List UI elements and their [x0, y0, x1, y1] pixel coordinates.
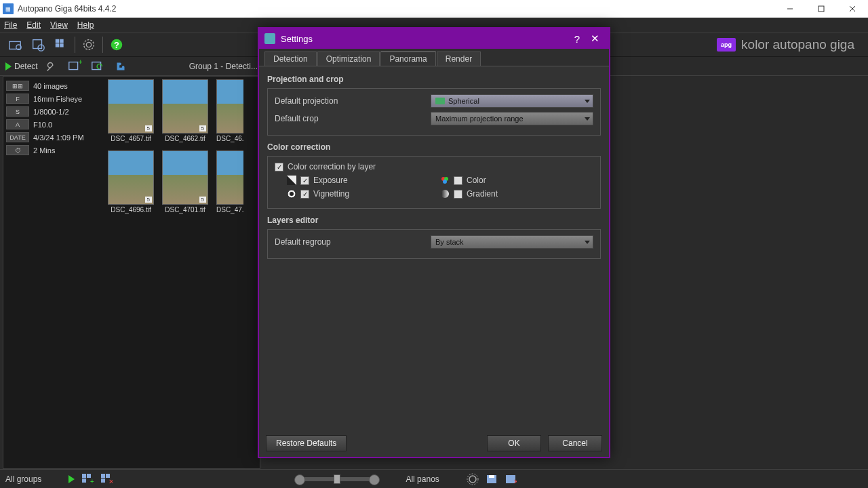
thumbnail[interactable]: DSC_4662.tif	[162, 79, 208, 142]
play-all-button[interactable]	[68, 475, 75, 483]
puzzle-icon[interactable]	[111, 57, 130, 76]
thumbnail[interactable]: DSC_47...	[216, 150, 243, 214]
dialog-titlebar[interactable]: Settings ? ✕	[259, 28, 609, 49]
tab-optimization[interactable]: Optimization	[317, 52, 380, 66]
gradient-icon	[440, 189, 450, 199]
help-icon[interactable]: ?	[107, 35, 126, 54]
exposure-checkbox[interactable]	[300, 176, 309, 185]
default-regroup-value: By stack	[435, 238, 464, 246]
pano-gear-icon[interactable]	[467, 473, 479, 485]
svg-rect-11	[60, 43, 64, 47]
section-projection-crop: Default projection Spherical Default cro…	[267, 88, 601, 136]
svg-rect-16	[68, 62, 77, 69]
thumb-image	[108, 150, 154, 205]
window-title: Autopano Giga 64bits 4.4.2	[18, 4, 116, 14]
color-correction-by-layer-checkbox[interactable]	[275, 163, 283, 171]
grid-icon[interactable]	[52, 35, 71, 54]
svg-text:✕: ✕	[108, 478, 113, 485]
group-panel: ⊞⊞40 images F16mm Fisheye S1/8000-1/2 AF…	[3, 76, 260, 469]
thumbnail[interactable]: DSC_4696.tif	[108, 150, 154, 214]
meta-badge-images: ⊞⊞	[6, 81, 29, 91]
maximize-button[interactable]	[806, 0, 837, 18]
brand: apg kolor autopano giga	[717, 37, 854, 52]
exposure-icon	[287, 176, 296, 185]
default-projection-label: Default projection	[275, 96, 431, 106]
detect-button[interactable]: Detect	[5, 62, 38, 71]
thumbnail[interactable]: DSC_46...	[216, 79, 243, 142]
zoom-thumb[interactable]	[334, 474, 340, 484]
pano-remove-icon[interactable]: ✕	[505, 473, 517, 485]
svg-point-25	[441, 190, 449, 198]
settings-gear-icon[interactable]	[79, 35, 98, 54]
ok-button[interactable]: OK	[487, 435, 541, 451]
svg-rect-26	[82, 474, 86, 478]
thumb-image	[216, 79, 243, 134]
meta-aperture: F10.0	[33, 121, 52, 129]
detect-label: Detect	[14, 62, 38, 71]
tab-panorama[interactable]: Panorama	[380, 52, 435, 66]
thumbnail[interactable]: DSC_4701.tif	[162, 150, 208, 214]
wrench-icon[interactable]	[42, 57, 61, 76]
zoom-slider[interactable]	[300, 477, 374, 481]
all-groups-label: All groups	[5, 474, 41, 484]
svg-point-13	[84, 40, 94, 50]
section-color-correction: Color correction by layer Exposure Vigne…	[267, 156, 601, 209]
default-projection-dropdown[interactable]: Spherical	[431, 94, 593, 108]
group-meta: ⊞⊞40 images F16mm Fisheye S1/8000-1/2 AF…	[6, 79, 108, 466]
thumb-label: DSC_47...	[216, 206, 243, 214]
meta-images: 40 images	[33, 82, 68, 90]
window-titlebar: ▦ Autopano Giga 64bits 4.4.2	[0, 0, 868, 18]
pano-save-icon[interactable]	[486, 473, 498, 485]
svg-rect-9	[60, 39, 64, 43]
tab-render[interactable]: Render	[437, 52, 481, 66]
select-images-icon[interactable]	[28, 35, 47, 54]
section-layers-editor: Default regroup By stack	[267, 229, 601, 259]
default-regroup-label: Default regroup	[275, 237, 431, 247]
thumb-image	[162, 79, 208, 134]
svg-text:?: ?	[114, 40, 119, 50]
svg-text:✕: ✕	[513, 478, 517, 485]
gradient-checkbox[interactable]	[454, 190, 462, 199]
toolbar-separator	[102, 37, 103, 53]
open-folder-icon[interactable]	[5, 35, 24, 54]
gradient-label: Gradient	[467, 189, 498, 199]
color-checkbox[interactable]	[454, 176, 462, 185]
tab-detection[interactable]: Detection	[264, 52, 317, 66]
image-plus-icon[interactable]: +	[65, 57, 84, 76]
chevron-down-icon	[585, 241, 590, 244]
close-button[interactable]	[837, 0, 868, 18]
meta-badge-time: ⏱	[6, 145, 29, 155]
restore-defaults-button[interactable]: Restore Defaults	[266, 435, 347, 451]
thumb-label: DSC_4662.tif	[162, 135, 208, 142]
menu-edit[interactable]: Edit	[26, 20, 41, 30]
cancel-button[interactable]: Cancel	[548, 435, 602, 451]
dialog-help-button[interactable]: ?	[568, 33, 586, 45]
dialog-title: Settings	[281, 34, 313, 44]
grid-add-icon[interactable]: +	[81, 473, 94, 485]
grid-remove-icon[interactable]: ✕	[100, 473, 113, 485]
vignetting-checkbox[interactable]	[300, 190, 309, 199]
dialog-close-button[interactable]: ✕	[586, 33, 604, 45]
thumb-image	[216, 150, 243, 205]
thumb-label: DSC_4701.tif	[162, 206, 208, 214]
menu-help[interactable]: Help	[77, 20, 94, 30]
menu-file[interactable]: File	[4, 20, 17, 30]
chevron-down-icon	[585, 117, 590, 121]
svg-rect-4	[9, 41, 21, 49]
svg-rect-18	[92, 62, 100, 69]
thumb-label: DSC_4657.tif	[108, 135, 154, 142]
svg-point-12	[86, 42, 91, 47]
image-refresh-icon[interactable]	[88, 57, 107, 76]
svg-rect-6	[33, 40, 42, 49]
svg-rect-32	[101, 479, 105, 483]
default-crop-value: Maximum projection range	[435, 115, 524, 123]
menu-view[interactable]: View	[50, 20, 68, 30]
statusbar: All groups + ✕ All panos ✕	[0, 469, 868, 488]
play-icon	[5, 62, 12, 70]
default-crop-dropdown[interactable]: Maximum projection range	[431, 112, 593, 125]
svg-rect-30	[101, 474, 105, 478]
thumbnail[interactable]: DSC_4657.tif	[108, 79, 154, 142]
default-regroup-dropdown[interactable]: By stack	[431, 235, 593, 249]
dialog-icon	[264, 33, 275, 44]
minimize-button[interactable]	[774, 0, 806, 18]
